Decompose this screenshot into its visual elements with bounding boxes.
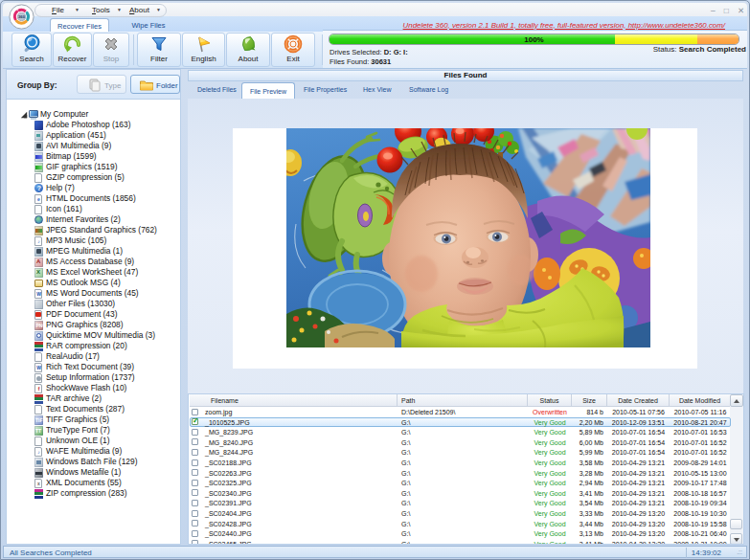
svg-text:360: 360 [18,14,26,19]
